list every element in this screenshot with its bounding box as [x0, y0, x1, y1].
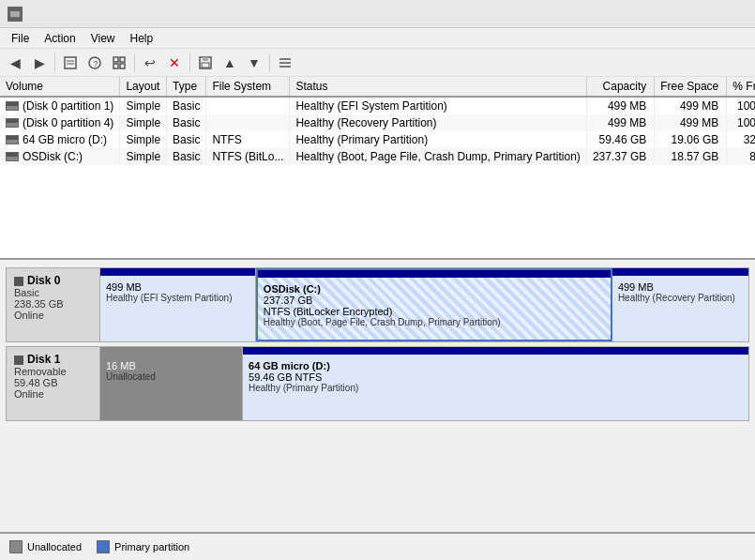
undo-button[interactable]: ↩ — [139, 52, 161, 74]
svg-rect-7 — [113, 57, 118, 62]
toolbar: ◀ ▶ ? ↩ ✕ ▲ ▼ — [0, 49, 755, 77]
partition-content: OSDisk (C:) 237.37 GB NTFS (BitLocker En… — [264, 283, 605, 327]
menu-view[interactable]: View — [83, 30, 123, 47]
partition-0-2[interactable]: 499 MB Healthy (Recovery Partition) — [612, 268, 748, 341]
volume-name: 64 GB micro (D:) — [23, 133, 107, 146]
toolbar-separator-3 — [189, 53, 190, 72]
cell-layout: Simple — [120, 148, 167, 165]
col-header-type[interactable]: Type — [167, 77, 206, 97]
list-view-button[interactable] — [274, 52, 296, 74]
col-header-fs[interactable]: File System — [206, 77, 290, 97]
cell-fs: NTFS — [206, 131, 290, 148]
partition-status: Healthy (Primary Partition) — [249, 383, 743, 393]
disk-partitions-0: 499 MB Healthy (EFI System Partition) OS… — [100, 268, 748, 341]
cell-type: Basic — [167, 97, 206, 114]
save-button[interactable] — [194, 52, 217, 74]
volume-icon — [6, 101, 19, 111]
cell-fs: NTFS (BitLo... — [206, 148, 290, 165]
partition-0-0[interactable]: 499 MB Healthy (EFI System Partition) — [100, 268, 256, 341]
delete-button[interactable]: ✕ — [163, 52, 186, 74]
app-icon — [8, 7, 23, 22]
table-header-row: Volume Layout Type File System Status Ca… — [0, 77, 755, 97]
volume-icon — [6, 152, 19, 161]
toolbar-separator-2 — [134, 53, 135, 72]
disk-label-1: Disk 1 Removable 59.48 GB Online — [7, 347, 100, 420]
cell-fs — [206, 114, 290, 131]
legend-unallocated: Unallocated — [9, 540, 82, 553]
cell-free-space: 18.57 GB — [655, 148, 727, 165]
forward-button[interactable]: ▶ — [28, 52, 51, 74]
window-controls — [665, 4, 747, 24]
cell-status: Healthy (Boot, Page File, Crash Dump, Pr… — [290, 148, 586, 165]
cell-status: Healthy (Primary Partition) — [290, 131, 586, 148]
legend-unallocated-box — [9, 540, 23, 553]
col-header-free-space[interactable]: Free Space — [655, 77, 727, 97]
partition-name: OSDisk (C:) — [264, 283, 605, 295]
help-button[interactable]: ? — [83, 52, 106, 74]
partition-status: Healthy (Boot, Page File, Crash Dump, Pr… — [264, 317, 605, 327]
col-header-capacity[interactable]: Capacity — [586, 77, 654, 97]
disk-table-section: Volume Layout Type File System Status Ca… — [0, 77, 755, 260]
partition-size: 499 MB — [106, 281, 249, 293]
disk-status: Online — [14, 310, 92, 321]
disk-visual-section: Disk 0 Basic 238.35 GB Online 499 MB Hea… — [0, 260, 755, 532]
minimize-button[interactable] — [665, 4, 691, 24]
menu-help[interactable]: Help — [123, 30, 161, 47]
volume-icon — [6, 118, 19, 128]
expand-down-button[interactable]: ▼ — [243, 52, 265, 74]
disk-name: Disk 0 — [14, 274, 92, 287]
table-body: (Disk 0 partition 1) Simple Basic Health… — [0, 97, 755, 165]
svg-rect-9 — [113, 64, 118, 68]
cell-pct-free: 100 % — [727, 97, 755, 114]
partition-header-bar — [100, 268, 255, 276]
cell-type: Basic — [167, 148, 206, 165]
cell-capacity: 59.46 GB — [586, 131, 654, 148]
partition-name: 64 GB micro (D:) — [249, 360, 743, 371]
partition-fs: NTFS (BitLocker Encrypted) — [264, 306, 605, 317]
partition-1-1[interactable]: 64 GB micro (D:) 59.46 GB NTFS Healthy (… — [243, 347, 748, 420]
settings-button[interactable] — [108, 52, 130, 74]
disk-partitions-1: 16 MB Unallocated 64 GB micro (D:) 59.46… — [100, 347, 748, 420]
cell-pct-free: 8 % — [727, 148, 755, 165]
table-row[interactable]: OSDisk (C:) Simple Basic NTFS (BitLo... … — [0, 148, 755, 165]
cell-status: Healthy (Recovery Partition) — [290, 114, 586, 131]
cell-pct-free: 32 % — [727, 131, 755, 148]
legend-primary: Primary partition — [97, 540, 189, 553]
partition-content: 64 GB micro (D:) 59.46 GB NTFS Healthy (… — [249, 360, 743, 393]
partition-0-1[interactable]: OSDisk (C:) 237.37 GB NTFS (BitLocker En… — [256, 268, 612, 341]
disk-size: 59.48 GB — [14, 377, 92, 388]
back-button[interactable]: ◀ — [4, 52, 26, 74]
partition-1-0[interactable]: 16 MB Unallocated — [100, 347, 243, 420]
menu-file[interactable]: File — [4, 30, 37, 47]
svg-text:?: ? — [94, 59, 98, 68]
disk-row-0: Disk 0 Basic 238.35 GB Online 499 MB Hea… — [6, 267, 749, 342]
close-button[interactable] — [721, 4, 747, 24]
col-header-layout[interactable]: Layout — [120, 77, 167, 97]
volume-name: OSDisk (C:) — [23, 150, 83, 163]
volume-name: (Disk 0 partition 4) — [23, 116, 113, 129]
col-header-pct-free[interactable]: % Free — [727, 77, 755, 97]
expand-up-button[interactable]: ▲ — [219, 52, 241, 74]
disk-row-1: Disk 1 Removable 59.48 GB Online 16 MB U… — [6, 346, 749, 421]
cell-free-space: 499 MB — [655, 114, 727, 131]
disk-type: Basic — [14, 287, 92, 298]
cell-layout: Simple — [120, 131, 167, 148]
col-header-status[interactable]: Status — [290, 77, 586, 97]
cell-fs — [206, 97, 290, 114]
disk-status: Online — [14, 388, 92, 400]
table-row[interactable]: 64 GB micro (D:) Simple Basic NTFS Healt… — [0, 131, 755, 148]
menu-action[interactable]: Action — [37, 30, 83, 47]
properties-button[interactable] — [59, 52, 82, 74]
table-row[interactable]: (Disk 0 partition 4) Simple Basic Health… — [0, 114, 755, 131]
cell-pct-free: 100 % — [727, 114, 755, 131]
partition-status: Healthy (Recovery Partition) — [618, 293, 743, 303]
disk-label-0: Disk 0 Basic 238.35 GB Online — [7, 268, 100, 341]
maximize-button[interactable] — [693, 4, 719, 24]
partition-header-bar — [258, 270, 611, 278]
title-bar — [0, 0, 755, 28]
table-row[interactable]: (Disk 0 partition 1) Simple Basic Health… — [0, 97, 755, 114]
svg-rect-1 — [10, 11, 20, 17]
col-header-volume[interactable]: Volume — [0, 77, 120, 97]
svg-rect-10 — [120, 64, 125, 68]
partition-header-bar — [612, 268, 748, 276]
